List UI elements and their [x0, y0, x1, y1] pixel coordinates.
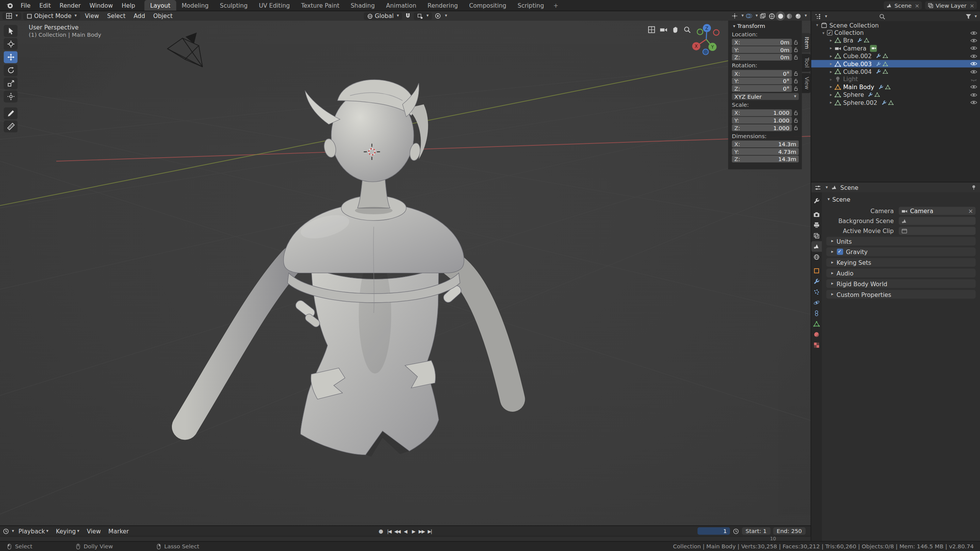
lock-icon[interactable]	[793, 70, 799, 76]
workspace-tab-compositing[interactable]: Compositing	[464, 0, 512, 11]
tab-object-data[interactable]	[811, 319, 822, 329]
eye-icon[interactable]	[970, 91, 978, 99]
show-overlays-button[interactable]	[746, 13, 753, 20]
menu-select[interactable]: Select	[104, 13, 129, 20]
disclosure-icon[interactable]: ▸	[828, 85, 834, 90]
transform-orientation-dropdown[interactable]: Global ▾	[364, 12, 402, 20]
background-scene-field[interactable]	[899, 217, 976, 225]
camera-view-button[interactable]	[659, 26, 667, 34]
play-reverse-button[interactable]: ◀	[402, 528, 409, 534]
scene-selector[interactable]: Scene ×	[884, 1, 922, 9]
scale-z-field[interactable]: Z:1.000	[732, 124, 792, 131]
eye-icon[interactable]	[970, 45, 978, 52]
tool-select-box[interactable]	[4, 25, 18, 37]
disclosure-icon[interactable]: ▸	[828, 46, 834, 51]
eye-icon[interactable]	[970, 68, 978, 75]
workspace-tab-shading[interactable]: Shading	[345, 0, 380, 11]
section-units[interactable]: ▸ Units	[826, 237, 975, 246]
frame-start-field[interactable]: Start:1	[742, 527, 771, 535]
clear-camera-icon[interactable]: ×	[968, 207, 973, 214]
menu-edit[interactable]: Edit	[35, 0, 55, 11]
camera-field[interactable]: Camera ×	[899, 207, 976, 215]
tab-particles[interactable]	[811, 287, 822, 297]
play-button[interactable]: ▶	[410, 528, 417, 534]
frame-end-field[interactable]: End:250	[773, 527, 805, 535]
workspace-tab-modeling[interactable]: Modeling	[176, 0, 214, 11]
outliner-item-cube-002[interactable]: ▸ Cube.002	[811, 52, 980, 60]
timeline-ruler[interactable]: 10	[0, 536, 811, 541]
dimensions-y-field[interactable]: Y:4.73m	[732, 148, 799, 155]
next-keyframe-button[interactable]: ▶▶	[418, 528, 425, 534]
tab-material[interactable]	[811, 329, 822, 340]
search-icon[interactable]	[879, 13, 885, 20]
eye-icon[interactable]	[970, 29, 978, 37]
snap-settings-dropdown[interactable]: ▾	[414, 12, 432, 20]
section-rigid-body-world[interactable]: ▸ Rigid Body World	[826, 279, 975, 288]
lock-icon[interactable]	[793, 47, 799, 52]
dimensions-z-field[interactable]: Z:14.3m	[732, 156, 799, 163]
outliner-editor-icon[interactable]	[814, 13, 821, 20]
sidebar-tab-item[interactable]: Item	[802, 33, 811, 53]
lock-icon[interactable]	[793, 110, 799, 116]
jump-to-start-button[interactable]: |◀	[385, 528, 393, 534]
tab-constraints[interactable]	[811, 308, 822, 319]
prev-keyframe-button[interactable]: ◀◀	[394, 528, 401, 534]
menu-playback[interactable]: Playback▾	[15, 528, 52, 535]
pan-view-button[interactable]	[671, 26, 679, 34]
disclosure-icon[interactable]: ▸	[828, 100, 834, 105]
section-audio[interactable]: ▸ Audio	[826, 269, 975, 277]
location-z-field[interactable]: Z:0m	[732, 54, 792, 60]
lock-icon[interactable]	[793, 125, 799, 131]
view-layer-selector[interactable]: View Layer ×	[925, 1, 977, 9]
tool-annotate[interactable]	[4, 108, 18, 119]
navigation-gizmo[interactable]: Z X Y	[688, 21, 725, 59]
eye-icon[interactable]	[970, 60, 978, 68]
disclosure-icon[interactable]: ▸	[828, 69, 834, 74]
tab-modifiers[interactable]	[811, 276, 822, 287]
disclosure-icon[interactable]: ▸	[828, 61, 834, 66]
disclosure-icon[interactable]: ▸	[828, 38, 834, 43]
jump-to-end-button[interactable]: ▶|	[426, 528, 434, 534]
collection-checkbox[interactable]: ✓	[827, 30, 833, 36]
workspace-tab-animation[interactable]: Animation	[381, 0, 422, 11]
eye-icon[interactable]	[970, 52, 978, 60]
unlink-view-layer-icon[interactable]: ×	[970, 2, 974, 8]
workspace-tab-scripting[interactable]: Scripting	[512, 0, 549, 11]
lock-icon[interactable]	[793, 39, 799, 45]
outliner-item-main-body[interactable]: ▸ Main Body	[811, 83, 980, 91]
section-keying-sets[interactable]: ▸ Keying Sets	[826, 258, 975, 267]
menu-view-timeline[interactable]: View	[84, 528, 104, 535]
disclosure-icon[interactable]: ▸	[828, 77, 834, 82]
outliner-item-camera[interactable]: ▸ Camera	[811, 44, 980, 52]
shading-wireframe-button[interactable]	[768, 13, 775, 20]
properties-editor-icon[interactable]	[814, 184, 821, 191]
outliner-item-cube-003[interactable]: ▸ Cube.003	[811, 60, 980, 68]
disclosure-icon[interactable]: ▾	[814, 23, 820, 28]
transform-panel-header[interactable]: ▾ Transform	[732, 23, 799, 29]
shading-rendered-button[interactable]	[795, 13, 802, 20]
shading-solid-button[interactable]	[777, 13, 784, 20]
disclosure-icon[interactable]: ▸	[828, 54, 834, 59]
shading-material-button[interactable]	[786, 13, 793, 20]
menu-file[interactable]: File	[16, 0, 35, 11]
blender-logo-icon[interactable]	[3, 0, 16, 11]
viewport-canvas[interactable]: User Perspective (1) Collection | Main B…	[0, 21, 811, 525]
preview-range-clock-icon[interactable]	[732, 528, 739, 535]
toggle-projection-button[interactable]	[647, 26, 655, 34]
tab-scene[interactable]	[811, 241, 822, 252]
model-main-body[interactable]	[185, 80, 513, 456]
gravity-checkbox[interactable]: ✓	[836, 249, 843, 255]
tool-move[interactable]	[4, 51, 18, 63]
pin-icon[interactable]	[971, 184, 977, 191]
menu-object[interactable]: Object	[150, 13, 176, 20]
tab-tool[interactable]	[811, 196, 822, 206]
rotation-x-field[interactable]: X:0°	[732, 70, 792, 77]
current-frame-field[interactable]: 1	[697, 527, 730, 535]
menu-render[interactable]: Render	[55, 0, 85, 11]
outliner-item-cube-004[interactable]: ▸ Cube.004	[811, 68, 980, 75]
lock-icon[interactable]	[793, 78, 799, 84]
outliner-item-bra[interactable]: ▸ Bra	[811, 37, 980, 44]
active-movie-clip-field[interactable]	[899, 227, 976, 235]
toggle-xray-button[interactable]	[760, 13, 766, 20]
tab-render[interactable]	[811, 209, 822, 220]
